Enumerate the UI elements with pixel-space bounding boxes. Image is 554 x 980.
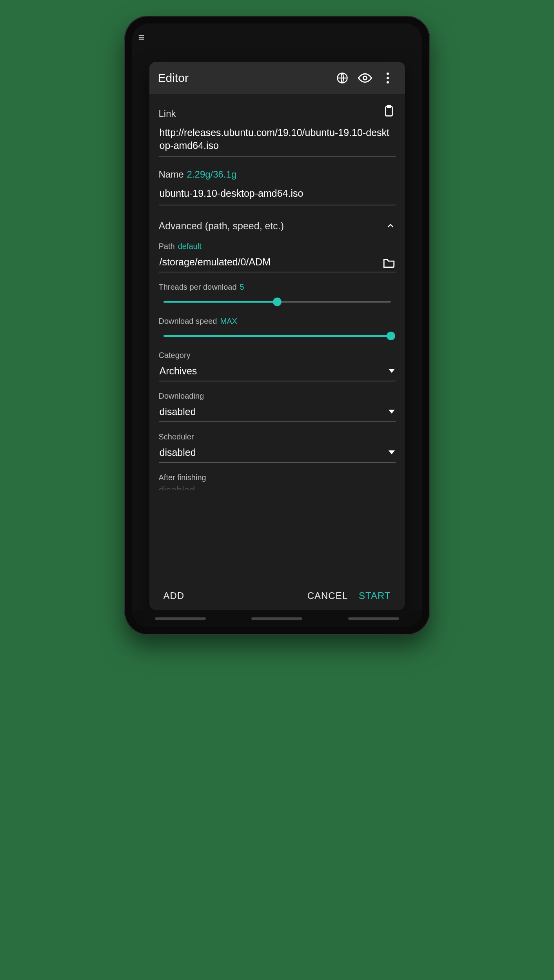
scheduler-value: disabled: [160, 447, 196, 458]
downloading-value: disabled: [160, 406, 196, 417]
nav-home[interactable]: [251, 617, 302, 620]
add-button[interactable]: ADD: [158, 587, 190, 604]
nav-back[interactable]: [348, 617, 399, 620]
start-button[interactable]: START: [353, 587, 396, 604]
threads-label-row: Threads per download 5: [159, 283, 396, 292]
dialog-header: Editor: [149, 62, 405, 94]
android-nav-bar: [132, 610, 422, 627]
link-label: Link: [159, 108, 176, 119]
category-label: Category: [159, 351, 396, 360]
path-label: Path: [159, 242, 175, 251]
after-finishing-value-partial: disabled: [159, 485, 396, 490]
downloading-select[interactable]: disabled: [159, 403, 396, 422]
chevron-up-icon: [385, 221, 396, 231]
eye-icon[interactable]: [356, 69, 374, 87]
screen: ≡ Editor Link: [132, 24, 422, 627]
category-value: Archives: [160, 365, 197, 377]
phone-frame: ≡ Editor Link: [124, 16, 430, 635]
svg-point-1: [363, 76, 367, 80]
background-app-bar: ≡: [132, 24, 422, 51]
cancel-button[interactable]: CANCEL: [302, 587, 353, 604]
overflow-menu-icon[interactable]: [379, 69, 396, 87]
path-row[interactable]: /storage/emulated/0/ADM: [159, 253, 396, 272]
path-label-row: Path default: [159, 242, 396, 251]
speed-label-row: Download speed MAX: [159, 317, 396, 326]
dropdown-icon: [389, 369, 395, 373]
speed-slider[interactable]: [163, 331, 391, 341]
dialog-footer: ADD CANCEL START: [149, 581, 405, 610]
name-label: Name: [159, 169, 184, 180]
dialog-title: Editor: [158, 71, 328, 85]
path-hint: default: [178, 242, 202, 251]
dropdown-icon: [389, 410, 395, 414]
path-value: /storage/emulated/0/ADM: [159, 253, 382, 272]
storage-hint: 2.29g/36.1g: [187, 169, 237, 180]
downloading-label: Downloading: [159, 392, 396, 401]
advanced-toggle[interactable]: Advanced (path, speed, etc.): [159, 220, 396, 232]
clipboard-icon[interactable]: [382, 104, 396, 118]
speed-label: Download speed: [159, 317, 217, 326]
dropdown-icon: [389, 450, 395, 454]
category-select[interactable]: Archives: [159, 362, 396, 381]
globe-icon[interactable]: [334, 69, 351, 87]
editor-dialog: Editor Link http://release: [149, 62, 405, 610]
scheduler-label: Scheduler: [159, 432, 396, 441]
scheduler-select[interactable]: disabled: [159, 444, 396, 463]
link-input[interactable]: http://releases.ubuntu.com/19.10/ubuntu-…: [159, 122, 396, 157]
after-finishing-label: After finishing: [159, 473, 396, 482]
threads-label: Threads per download: [159, 283, 237, 292]
folder-icon[interactable]: [382, 256, 396, 269]
name-input[interactable]: ubuntu-19.10-desktop-amd64.iso: [159, 183, 396, 205]
nav-recent[interactable]: [155, 617, 206, 620]
dialog-body: Link http://releases.ubuntu.com/19.10/ub…: [149, 94, 405, 581]
speed-value: MAX: [220, 317, 237, 326]
threads-slider[interactable]: [163, 297, 391, 307]
advanced-label: Advanced (path, speed, etc.): [159, 220, 284, 232]
hamburger-icon: ≡: [138, 31, 145, 44]
name-label-row: Name 2.29g/36.1g: [159, 169, 396, 180]
threads-value: 5: [240, 283, 244, 292]
